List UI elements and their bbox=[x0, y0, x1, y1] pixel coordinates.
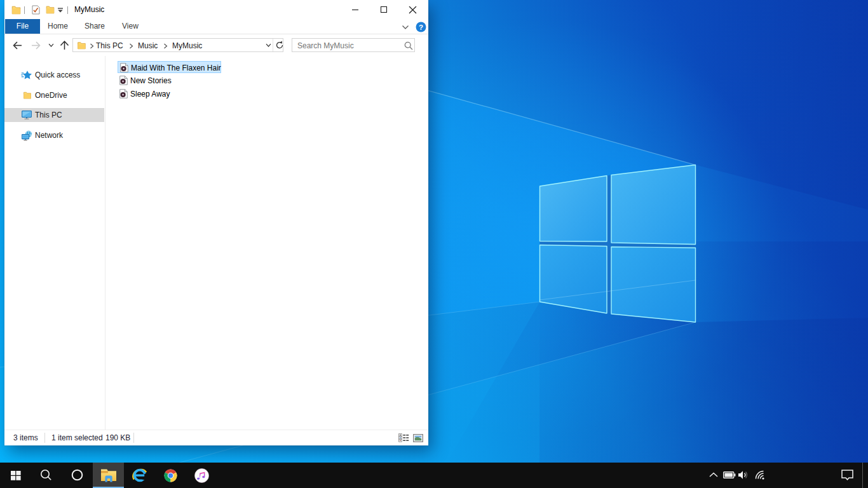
svg-text:?: ? bbox=[419, 24, 423, 31]
